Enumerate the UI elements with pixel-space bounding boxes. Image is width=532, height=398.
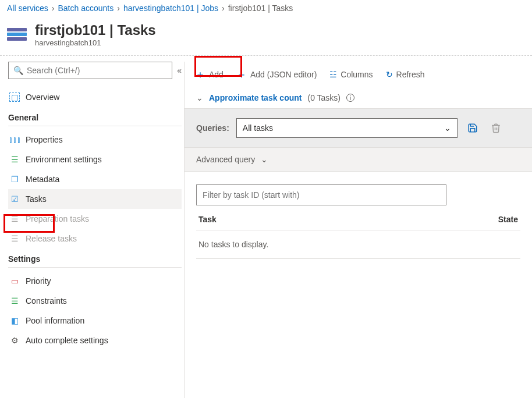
- sidebar-item-properties[interactable]: ⫿⫿⫿ Properties: [8, 130, 182, 150]
- table-header: Task State: [196, 205, 520, 230]
- sidebar-item-env-settings[interactable]: ☰ Environment settings: [8, 150, 182, 169]
- sidebar-section-general: General: [8, 107, 182, 126]
- sidebar-item-label: Release tasks: [26, 234, 77, 243]
- search-icon: 🔍: [13, 66, 23, 75]
- sidebar-item-label: Pool information: [26, 316, 84, 325]
- add-json-button[interactable]: ＋ Add (JSON editor): [236, 67, 317, 81]
- queries-label: Queries:: [196, 123, 229, 133]
- breadcrumb-link[interactable]: Batch accounts: [58, 3, 114, 13]
- sidebar-item-label: Properties: [26, 135, 63, 144]
- pool-icon: ◧: [9, 316, 20, 325]
- info-icon[interactable]: i: [346, 94, 354, 102]
- delete-query-button[interactable]: [488, 120, 504, 136]
- filter-task-id-input[interactable]: [196, 184, 446, 205]
- breadcrumb: All services › Batch accounts › harvesti…: [0, 0, 532, 16]
- chevron-right-icon: ›: [52, 3, 55, 13]
- task-count-value: (0 Tasks): [307, 93, 341, 102]
- env-settings-icon: ☰: [9, 155, 20, 164]
- sidebar-item-label: Auto complete settings: [26, 336, 108, 345]
- sidebar-item-auto-complete[interactable]: ⚙ Auto complete settings: [8, 331, 182, 350]
- chevron-down-icon: ⌄: [196, 93, 203, 102]
- toolbar-label: Add (JSON editor): [250, 70, 317, 79]
- page-header: firstjob101 | Tasks harvestingbatch101: [0, 16, 532, 51]
- add-button[interactable]: ＋ Add: [195, 67, 224, 81]
- overview-icon: ▢: [9, 93, 20, 102]
- advanced-query-label: Advanced query: [196, 155, 255, 164]
- release-icon: ☰: [9, 234, 20, 243]
- sidebar-item-metadata[interactable]: ❒ Metadata: [8, 169, 182, 189]
- sidebar-item-release-tasks: ☰ Release tasks: [8, 229, 182, 248]
- sidebar-item-label: Preparation tasks: [26, 214, 89, 223]
- columns-button[interactable]: ☳ Columns: [329, 70, 373, 79]
- toolbar-label: Columns: [341, 70, 373, 79]
- task-count-label: Approximate task count: [209, 93, 302, 102]
- sidebar-item-label: Priority: [26, 276, 51, 286]
- chevron-right-icon: ›: [222, 3, 225, 13]
- sidebar-item-label: Environment settings: [26, 155, 102, 164]
- task-count-row[interactable]: ⌄ Approximate task count (0 Tasks) i: [185, 87, 532, 108]
- save-icon: [467, 123, 478, 133]
- collapse-sidebar-icon[interactable]: «: [177, 66, 182, 75]
- refresh-icon: ↻: [386, 70, 393, 79]
- chevron-down-icon: ⌄: [444, 123, 451, 133]
- trash-icon: [491, 123, 501, 133]
- job-icon: [7, 28, 27, 42]
- properties-icon: ⫿⫿⫿: [9, 135, 20, 144]
- content-pane: ＋ Add ＋ Add (JSON editor) ☳ Columns ↻ Re…: [184, 62, 532, 398]
- columns-icon: ☳: [329, 70, 337, 79]
- constraints-icon: ☰: [9, 296, 20, 305]
- sidebar-item-constraints[interactable]: ☰ Constraints: [8, 291, 182, 311]
- sidebar-item-label: Overview: [26, 93, 59, 102]
- search-input[interactable]: [27, 66, 167, 75]
- col-state: State: [498, 215, 518, 224]
- sidebar-item-label: Constraints: [26, 296, 67, 305]
- preparation-icon: ☰: [9, 214, 20, 223]
- sidebar-item-label: Tasks: [26, 194, 47, 204]
- col-task: Task: [198, 215, 217, 224]
- save-query-button[interactable]: [464, 120, 481, 136]
- advanced-query-toggle[interactable]: Advanced query ⌄: [185, 148, 532, 172]
- page-subtitle: harvestingbatch101: [35, 38, 156, 47]
- tasks-icon: ☑: [9, 194, 20, 204]
- plus-icon: ＋: [236, 67, 247, 81]
- chevron-right-icon: ›: [117, 3, 120, 13]
- toolbar: ＋ Add ＋ Add (JSON editor) ☳ Columns ↻ Re…: [185, 62, 532, 87]
- search-box[interactable]: 🔍: [8, 62, 172, 79]
- sidebar-item-overview[interactable]: ▢ Overview: [8, 87, 182, 107]
- breadcrumb-current: firstjob101 | Tasks: [228, 3, 293, 13]
- sidebar-section-settings: Settings: [8, 248, 182, 268]
- sidebar-item-preparation-tasks: ☰ Preparation tasks: [8, 209, 182, 229]
- toolbar-label: Refresh: [396, 70, 425, 79]
- refresh-button[interactable]: ↻ Refresh: [386, 70, 425, 79]
- plus-icon: ＋: [195, 67, 205, 81]
- queries-bar: Queries: All tasks ⌄: [185, 108, 532, 148]
- chevron-down-icon: ⌄: [261, 155, 268, 164]
- sidebar-item-tasks[interactable]: ☑ Tasks: [8, 189, 182, 209]
- queries-select[interactable]: All tasks ⌄: [236, 118, 457, 138]
- sidebar-item-priority[interactable]: ▭ Priority: [8, 271, 182, 291]
- breadcrumb-link[interactable]: harvestingbatch101 | Jobs: [123, 3, 218, 13]
- auto-complete-icon: ⚙: [9, 336, 20, 345]
- queries-selected: All tasks: [243, 123, 273, 133]
- table-empty-state: No tasks to display.: [196, 230, 520, 259]
- sidebar-item-pool-info[interactable]: ◧ Pool information: [8, 311, 182, 331]
- sidebar-item-label: Metadata: [26, 175, 59, 184]
- metadata-icon: ❒: [9, 175, 20, 184]
- divider: [0, 55, 532, 56]
- priority-icon: ▭: [9, 276, 20, 286]
- sidebar: 🔍 « ▢ Overview General ⫿⫿⫿ Properties ☰ …: [0, 62, 184, 398]
- page-title: firstjob101 | Tasks: [35, 22, 156, 38]
- toolbar-label: Add: [209, 70, 224, 79]
- breadcrumb-link[interactable]: All services: [7, 3, 48, 13]
